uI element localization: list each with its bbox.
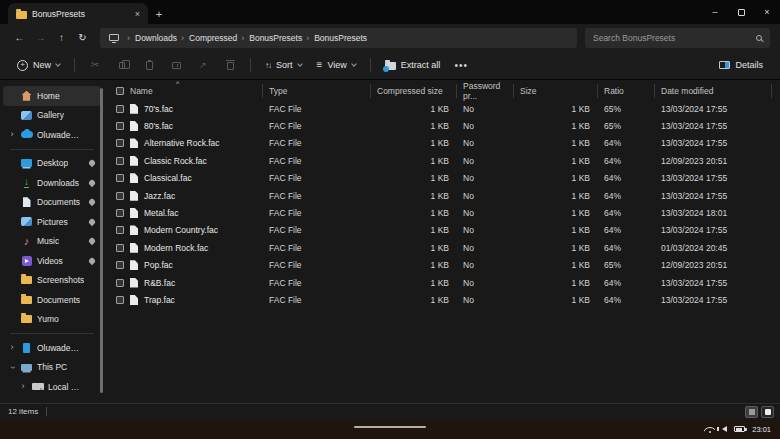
row-checkbox[interactable] bbox=[116, 139, 124, 147]
paste-button[interactable] bbox=[136, 54, 162, 76]
column-header-password[interactable]: Password pr... bbox=[457, 84, 514, 98]
file-row[interactable]: Jazz.fac FAC File 1 KB No 1 KB 64% 13/03… bbox=[104, 187, 780, 204]
row-checkbox[interactable] bbox=[116, 174, 124, 182]
row-checkbox[interactable] bbox=[116, 105, 124, 113]
breadcrumb-label[interactable]: Compressed bbox=[189, 33, 237, 43]
sidebar-item[interactable]: Oluwademilade bbox=[3, 125, 101, 145]
details-pane-button[interactable]: Details bbox=[712, 54, 770, 76]
chevron-icon[interactable] bbox=[19, 382, 27, 391]
sidebar-item[interactable]: Home bbox=[3, 86, 101, 106]
extract-all-button[interactable]: Extract all bbox=[378, 54, 448, 76]
password-cell: No bbox=[457, 191, 514, 201]
breadcrumb-item[interactable]: › Downloads bbox=[123, 33, 177, 43]
breadcrumb-item[interactable]: › BonusPresets bbox=[302, 33, 367, 43]
sidebar-item[interactable]: Documents bbox=[3, 290, 101, 310]
status-divider bbox=[46, 407, 47, 416]
search-box[interactable] bbox=[585, 28, 770, 48]
back-button[interactable]: ← bbox=[10, 28, 29, 47]
sidebar-item[interactable]: Downloads bbox=[3, 173, 101, 193]
sidebar-item-label: Screenshots bbox=[37, 275, 84, 285]
wifi-icon[interactable] bbox=[704, 426, 715, 433]
sort-button[interactable]: ↑↓ Sort bbox=[258, 54, 309, 76]
file-row[interactable]: 70's.fac FAC File 1 KB No 1 KB 65% 13/03… bbox=[104, 100, 780, 117]
column-header-date-modified[interactable]: Date modified bbox=[655, 84, 772, 98]
file-row[interactable]: Metal.fac FAC File 1 KB No 1 KB 64% 13/0… bbox=[104, 204, 780, 221]
row-checkbox[interactable] bbox=[116, 192, 124, 200]
file-row[interactable]: Modern Rock.fac FAC File 1 KB No 1 KB 64… bbox=[104, 239, 780, 256]
file-row[interactable]: Pop.fac FAC File 1 KB No 1 KB 65% 12/09/… bbox=[104, 257, 780, 274]
row-checkbox[interactable] bbox=[116, 244, 124, 252]
copy-button[interactable] bbox=[109, 54, 135, 76]
row-checkbox[interactable] bbox=[116, 279, 124, 287]
sidebar-item[interactable]: Screenshots bbox=[3, 271, 101, 291]
type-cell: FAC File bbox=[263, 156, 371, 166]
sidebar-item[interactable]: Local Disk (C:) bbox=[14, 377, 101, 397]
thumbnail-view-button[interactable] bbox=[761, 406, 774, 418]
ratio-cell: 64% bbox=[598, 156, 655, 166]
items-count: 12 items bbox=[8, 407, 38, 416]
column-header-compressed-size[interactable]: Compressed size bbox=[371, 84, 457, 98]
column-header-name[interactable]: Name bbox=[104, 84, 263, 98]
close-tab-icon[interactable]: × bbox=[135, 9, 140, 19]
breadcrumb-label[interactable]: Downloads bbox=[135, 33, 177, 43]
breadcrumb-item[interactable]: › BonusPresets bbox=[237, 33, 302, 43]
sidebar-item[interactable]: Pictures bbox=[3, 212, 101, 232]
minimize-button[interactable]: – bbox=[702, 0, 728, 24]
battery-icon[interactable] bbox=[734, 426, 745, 432]
password-cell: No bbox=[457, 260, 514, 270]
up-button[interactable]: ↑ bbox=[52, 28, 71, 47]
breadcrumb-label[interactable]: BonusPresets bbox=[249, 33, 302, 43]
select-all-checkbox[interactable] bbox=[116, 87, 124, 95]
breadcrumb-label[interactable]: BonusPresets bbox=[314, 33, 367, 43]
sidebar-item[interactable]: Oluwademilade' bbox=[3, 338, 101, 358]
breadcrumb[interactable]: › Downloads › Compressed › BonusPresets bbox=[100, 28, 577, 48]
compressed-size-cell: 1 KB bbox=[371, 191, 457, 201]
sidebar-item[interactable]: Music bbox=[3, 232, 101, 252]
search-input[interactable] bbox=[593, 33, 756, 43]
taskbar-clock[interactable]: 23:01 bbox=[752, 425, 771, 434]
taskbar-handle[interactable] bbox=[354, 426, 426, 428]
row-checkbox[interactable] bbox=[116, 157, 124, 165]
column-header-type[interactable]: Type bbox=[263, 84, 371, 98]
explorer-tab[interactable]: BonusPresets × bbox=[8, 3, 148, 24]
view-button[interactable]: ≡ View bbox=[310, 54, 363, 76]
new-tab-button[interactable]: + bbox=[148, 3, 170, 24]
new-button[interactable]: + New bbox=[10, 54, 67, 76]
details-view-button[interactable] bbox=[745, 406, 758, 418]
row-checkbox[interactable] bbox=[116, 296, 124, 304]
file-row[interactable]: Modern Country.fac FAC File 1 KB No 1 KB… bbox=[104, 222, 780, 239]
chevron-icon[interactable] bbox=[8, 363, 16, 372]
refresh-button[interactable]: ↻ bbox=[73, 28, 92, 47]
rename-button[interactable] bbox=[163, 54, 189, 76]
sidebar-item[interactable]: This PC bbox=[3, 358, 101, 378]
sidebar-item[interactable]: Videos bbox=[3, 251, 101, 271]
file-row[interactable]: Alternative Rock.fac FAC File 1 KB No 1 … bbox=[104, 135, 780, 152]
file-row[interactable]: Trap.fac FAC File 1 KB No 1 KB 64% 13/03… bbox=[104, 291, 780, 308]
share-button[interactable]: ↗ bbox=[190, 54, 216, 76]
breadcrumb-item[interactable]: › Compressed bbox=[177, 33, 237, 43]
delete-button[interactable] bbox=[217, 54, 243, 76]
row-checkbox[interactable] bbox=[116, 226, 124, 234]
file-row[interactable]: R&B.fac FAC File 1 KB No 1 KB 64% 13/03/… bbox=[104, 274, 780, 291]
chevron-icon[interactable] bbox=[8, 343, 16, 352]
maximize-button[interactable] bbox=[728, 0, 754, 24]
close-button[interactable]: × bbox=[754, 0, 780, 24]
row-checkbox[interactable] bbox=[116, 209, 124, 217]
file-row[interactable]: Classic Rock.fac FAC File 1 KB No 1 KB 6… bbox=[104, 152, 780, 169]
cut-button[interactable]: ✂ bbox=[82, 54, 108, 76]
sidebar-scrollbar[interactable] bbox=[100, 88, 103, 393]
speaker-icon[interactable] bbox=[722, 426, 727, 432]
more-options-button[interactable]: ••• bbox=[448, 54, 474, 76]
sidebar-item[interactable]: Desktop bbox=[3, 154, 101, 174]
sidebar-item[interactable]: Yumo bbox=[3, 310, 101, 330]
row-checkbox[interactable] bbox=[116, 122, 124, 130]
sidebar-item[interactable]: Documents bbox=[3, 193, 101, 213]
forward-button[interactable]: → bbox=[31, 28, 50, 47]
column-header-size[interactable]: Size bbox=[514, 84, 598, 98]
chevron-icon[interactable] bbox=[8, 130, 16, 139]
file-row[interactable]: 80's.fac FAC File 1 KB No 1 KB 65% 13/03… bbox=[104, 117, 780, 134]
column-header-ratio[interactable]: Ratio bbox=[598, 84, 655, 98]
sidebar-item[interactable]: Gallery bbox=[3, 106, 101, 126]
row-checkbox[interactable] bbox=[116, 261, 124, 269]
file-row[interactable]: Classical.fac FAC File 1 KB No 1 KB 64% … bbox=[104, 170, 780, 187]
